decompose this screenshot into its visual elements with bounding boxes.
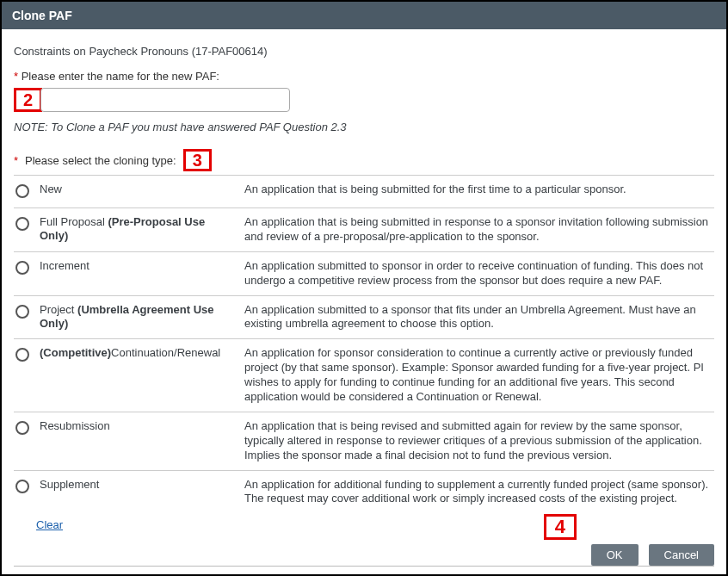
option-description: An application for additional funding to…	[244, 478, 714, 507]
option-full-proposal: Full Proposal (Pre-Proposal Use Only) An…	[14, 208, 714, 252]
dialog-content: Constraints on Paycheck Pronouns (17-PAF…	[2, 29, 726, 567]
cancel-button[interactable]: Cancel	[649, 544, 714, 566]
option-label: Full Proposal (Pre-Proposal Use Only)	[40, 215, 238, 244]
ok-button[interactable]: OK	[591, 544, 639, 566]
option-description: An application that is being revised and…	[244, 419, 714, 463]
dialog-titlebar: Clone PAF	[2, 2, 726, 29]
option-description: An application that is being submitted f…	[244, 183, 714, 197]
cloning-type-label: Please select the cloning type:	[25, 154, 176, 167]
option-label: Increment	[40, 259, 238, 273]
annotation-2: 2	[14, 88, 42, 112]
clear-link[interactable]: Clear	[36, 518, 63, 531]
option-project-umbrella: Project (Umbrella Agreement Use Only) An…	[14, 296, 714, 340]
option-description: An application for sponsor consideration…	[244, 346, 714, 405]
required-asterisk: *	[14, 70, 18, 83]
cloning-type-label-row: * Please select the cloning type: 3	[14, 149, 714, 171]
radio-resubmission[interactable]	[15, 421, 29, 435]
document-title: Constraints on Paycheck Pronouns (17-PAF…	[14, 45, 714, 58]
name-field-label: * Please enter the name for the new PAF:	[14, 70, 714, 83]
option-resubmission: Resubmission An application that is bein…	[14, 412, 714, 471]
option-label-bold: (Competitive)	[40, 346, 111, 359]
radio-continuation-renewal[interactable]	[15, 348, 29, 362]
option-label: New	[40, 183, 238, 196]
option-label-text: Continuation/Renewal	[111, 346, 220, 359]
option-supplement: Supplement An application for additional…	[14, 471, 714, 514]
required-asterisk: *	[14, 154, 18, 167]
radio-project-umbrella[interactable]	[15, 305, 29, 319]
option-increment: Increment An application submitted to sp…	[14, 252, 714, 296]
option-description: An application submitted to sponsor in o…	[244, 259, 714, 288]
dialog-button-row: OK Cancel	[591, 544, 714, 566]
name-label-text: Please enter the name for the new PAF:	[22, 70, 219, 83]
radio-supplement[interactable]	[15, 480, 29, 493]
option-label-text: Increment	[40, 259, 89, 272]
option-label: Resubmission	[40, 419, 238, 433]
option-description: An application submitted to a sponsor th…	[244, 303, 714, 332]
option-label-text: New	[40, 183, 62, 195]
option-description: An application that is being submitted i…	[244, 215, 714, 245]
option-label: (Competitive)Continuation/Renewal	[40, 346, 238, 360]
radio-full-proposal[interactable]	[15, 217, 29, 231]
cloning-type-options: New An application that is being submitt…	[14, 175, 714, 513]
option-label-text: Full Proposal	[40, 215, 108, 228]
option-label: Project (Umbrella Agreement Use Only)	[40, 303, 238, 331]
option-label: Supplement	[40, 478, 238, 492]
annotation-4: 4	[544, 514, 577, 540]
option-label-text: Resubmission	[40, 419, 110, 432]
option-label-text: Project	[40, 303, 77, 316]
new-paf-name-input[interactable]	[40, 88, 290, 112]
footer-divider	[14, 566, 714, 567]
radio-new[interactable]	[15, 184, 29, 198]
name-input-row: 2	[14, 88, 714, 112]
option-label-text: Supplement	[40, 478, 99, 491]
clone-note: NOTE: To Clone a PAF you must have answe…	[14, 121, 714, 133]
option-continuation-renewal: (Competitive)Continuation/Renewal An app…	[14, 339, 714, 412]
annotation-3: 3	[183, 149, 212, 171]
radio-increment[interactable]	[15, 261, 29, 275]
option-new: New An application that is being submitt…	[14, 176, 714, 208]
